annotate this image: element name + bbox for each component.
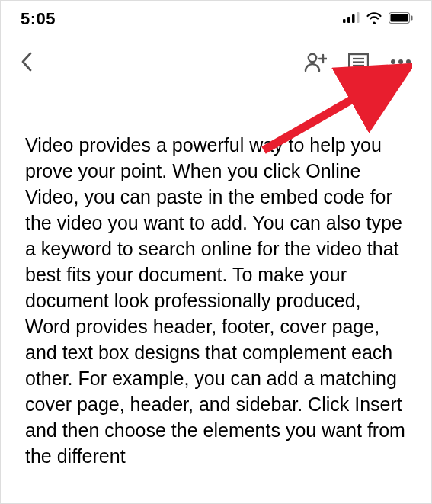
document-body-text[interactable]: Video provides a powerful way to help yo…	[25, 132, 407, 469]
status-time: 5:05	[21, 9, 56, 29]
svg-point-16	[406, 59, 411, 64]
svg-point-15	[398, 59, 403, 64]
more-options-button[interactable]	[390, 59, 411, 65]
document-view-button[interactable]	[348, 53, 369, 71]
cellular-signal-icon	[343, 12, 360, 26]
svg-rect-2	[352, 14, 355, 23]
add-person-button[interactable]	[304, 52, 327, 72]
status-icons	[343, 11, 413, 27]
svg-point-7	[309, 54, 316, 62]
document-content: Video provides a powerful way to help yo…	[1, 83, 431, 469]
toolbar	[1, 34, 431, 83]
svg-rect-0	[343, 19, 346, 23]
svg-rect-1	[347, 17, 350, 23]
svg-rect-6	[411, 15, 413, 20]
svg-rect-5	[391, 14, 408, 21]
svg-point-14	[391, 59, 395, 64]
battery-icon	[389, 12, 413, 27]
svg-rect-3	[357, 12, 360, 23]
back-button[interactable]	[21, 52, 33, 72]
status-bar: 5:05	[1, 1, 431, 34]
wifi-icon	[366, 11, 382, 27]
